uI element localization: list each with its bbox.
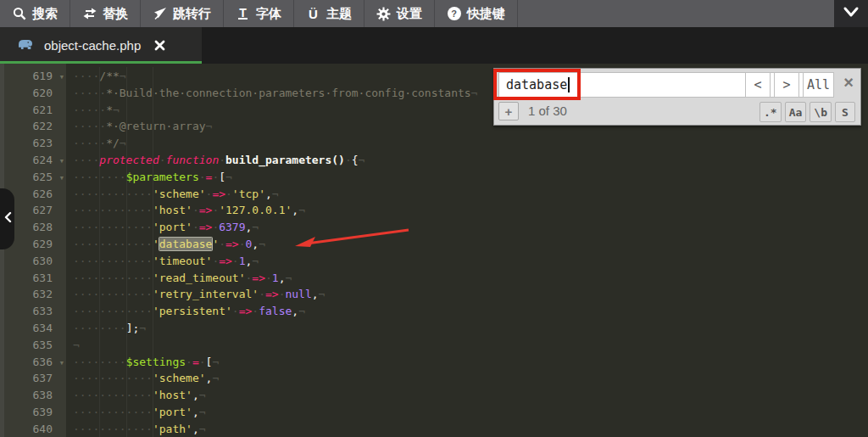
code-token: · bbox=[199, 171, 206, 183]
code-text[interactable]: ············'timeout'·=>·1,¬ bbox=[66, 253, 259, 270]
code-token: *·@return·array bbox=[106, 120, 205, 132]
code-line[interactable]: 638············'host',¬ bbox=[0, 387, 868, 404]
code-token: , bbox=[265, 188, 272, 200]
code-token: 'port' bbox=[153, 221, 192, 233]
code-text[interactable]: ············'port'·=>·6379,¬ bbox=[66, 219, 259, 236]
selection-toggle[interactable]: S bbox=[835, 102, 855, 122]
toolbar-spacer bbox=[518, 0, 834, 27]
line-number[interactable]: 639 bbox=[0, 404, 66, 421]
code-line[interactable]: 640············'path',¬ bbox=[0, 421, 868, 437]
code-line[interactable]: 625▼········$parameters·=·[¬ bbox=[0, 169, 868, 186]
code-text[interactable]: ········$parameters·=·[¬ bbox=[66, 169, 232, 186]
code-line[interactable]: 626············'scheme'·=>·'tcp',¬ bbox=[0, 186, 868, 203]
code-token: 'read_timeout' bbox=[153, 272, 246, 284]
line-number[interactable]: 637 bbox=[0, 370, 66, 387]
code-token: ' bbox=[153, 238, 159, 250]
code-text[interactable]: ············'read_timeout'·=>·1,¬ bbox=[66, 270, 292, 287]
line-number[interactable]: 622 bbox=[0, 118, 66, 135]
code-token: *·Build·the·connection·parameters·from·c… bbox=[106, 87, 470, 99]
code-token: 'scheme' bbox=[153, 188, 206, 200]
code-line[interactable]: 635¬ bbox=[0, 337, 868, 354]
toolbar-item-settings[interactable]: 设置 bbox=[364, 0, 435, 27]
toolbar-item-theme[interactable]: Ü 主题 bbox=[294, 0, 364, 27]
code-line[interactable]: 631············'read_timeout'·=>·1,¬ bbox=[0, 270, 868, 287]
code-token: , bbox=[192, 389, 199, 401]
code-text[interactable]: ············'host',¬ bbox=[66, 387, 206, 404]
code-text[interactable]: ·····*/¬ bbox=[66, 135, 126, 152]
code-text[interactable]: ········];¬ bbox=[66, 320, 146, 337]
toolbar-item-replace[interactable]: 替换 bbox=[70, 0, 141, 27]
line-number[interactable]: 619▼ bbox=[0, 68, 66, 85]
code-line[interactable]: 639············'port',¬ bbox=[0, 404, 868, 421]
tab-object-cache-php[interactable]: object-cache.php bbox=[0, 27, 202, 64]
code-token: · bbox=[225, 188, 232, 200]
find-previous-button[interactable]: < bbox=[745, 72, 771, 98]
whole-word-toggle[interactable]: \b bbox=[810, 102, 832, 122]
line-number[interactable]: 636▼ bbox=[0, 354, 66, 371]
code-token: ············ bbox=[73, 255, 153, 267]
code-text[interactable]: ·····*·Build·the·connection·parameters·f… bbox=[66, 85, 477, 102]
code-line[interactable]: 633············'persistent'·=>·false,¬ bbox=[0, 303, 868, 320]
code-text[interactable]: ············'host'·=>·'127.0.0.1',¬ bbox=[66, 202, 305, 219]
find-next-button[interactable]: > bbox=[774, 72, 799, 98]
code-text[interactable]: ·····*¬ bbox=[66, 102, 120, 119]
code-text[interactable]: ········$settings·=·[¬ bbox=[66, 354, 219, 371]
add-search-row-button[interactable]: + bbox=[498, 102, 519, 120]
find-all-button[interactable]: All bbox=[803, 72, 834, 98]
toolbar-item-font[interactable]: T 字体 bbox=[224, 0, 294, 27]
code-line[interactable]: 623·····*/¬ bbox=[0, 135, 868, 152]
line-number[interactable]: 624▼ bbox=[0, 152, 66, 169]
code-text[interactable]: ····protected·function·build_parameters(… bbox=[66, 152, 364, 169]
code-token: , bbox=[192, 423, 199, 435]
code-token: ¬ bbox=[199, 389, 206, 401]
code-text[interactable]: ¬ bbox=[66, 337, 80, 354]
code-token: /** bbox=[99, 70, 119, 82]
code-line[interactable]: 634········];¬ bbox=[0, 320, 868, 337]
line-number[interactable]: 632 bbox=[0, 286, 66, 303]
code-line[interactable]: 637············'scheme',¬ bbox=[0, 370, 868, 387]
line-number[interactable]: 638 bbox=[0, 387, 66, 404]
code-line[interactable]: 636▼········$settings·=·[¬ bbox=[0, 354, 868, 371]
code-line[interactable]: 628············'port'·=>·6379,¬ bbox=[0, 219, 868, 236]
line-number[interactable]: 620 bbox=[0, 85, 66, 102]
code-line[interactable]: 632············'retry_interval'·=>·null,… bbox=[0, 286, 868, 303]
code-line[interactable]: 624▼····protected·function·build_paramet… bbox=[0, 152, 868, 169]
code-token: => bbox=[239, 305, 253, 317]
code-text[interactable]: ·····*·@return·array¬ bbox=[66, 118, 212, 135]
line-number[interactable]: 630 bbox=[0, 253, 66, 270]
line-number[interactable]: 625▼ bbox=[0, 169, 66, 186]
sidebar-collapse-handle[interactable] bbox=[0, 188, 14, 249]
line-number[interactable]: 623 bbox=[0, 135, 66, 152]
line-number[interactable]: 621 bbox=[0, 102, 66, 119]
code-text[interactable]: ············'port',¬ bbox=[66, 404, 206, 421]
code-text[interactable]: ············'retry_interval'·=>·null,¬ bbox=[66, 286, 325, 303]
code-text[interactable]: ············'database'·=>·0,¬ bbox=[66, 236, 265, 253]
toolbar-item-goto-line[interactable]: 跳转行 bbox=[141, 0, 224, 27]
close-search-icon[interactable]: × bbox=[843, 74, 854, 91]
line-number[interactable]: 640 bbox=[0, 421, 66, 437]
code-token: [ bbox=[219, 171, 225, 183]
code-token: ¬ bbox=[259, 238, 265, 250]
code-token: · bbox=[259, 288, 265, 300]
regex-toggle[interactable]: .* bbox=[760, 102, 782, 122]
code-token: ····· bbox=[73, 120, 106, 132]
line-number[interactable]: 633 bbox=[0, 303, 66, 320]
toolbar-collapse-button[interactable] bbox=[834, 0, 868, 27]
code-text[interactable]: ············'persistent'·=>·false,¬ bbox=[66, 303, 305, 320]
line-number[interactable]: 634 bbox=[0, 320, 66, 337]
case-sensitive-toggle[interactable]: Aa bbox=[785, 102, 807, 122]
toolbar-item-shortcuts[interactable]: ? 快捷键 bbox=[435, 0, 518, 27]
code-line[interactable]: 627············'host'·=>·'127.0.0.1',¬ bbox=[0, 202, 868, 219]
code-text[interactable]: ············'scheme'·=>·'tcp',¬ bbox=[66, 186, 279, 203]
code-token: 'scheme' bbox=[153, 372, 206, 384]
code-line[interactable]: 630············'timeout'·=>·1,¬ bbox=[0, 253, 868, 270]
code-text[interactable]: ············'scheme',¬ bbox=[66, 370, 219, 387]
code-token: ¬ bbox=[298, 204, 305, 216]
tab-close-icon[interactable] bbox=[154, 40, 165, 51]
code-line[interactable]: 629············'database'·=>·0,¬ bbox=[0, 236, 868, 253]
toolbar-item-search[interactable]: 搜索 bbox=[0, 0, 70, 27]
code-text[interactable]: ····/**¬ bbox=[66, 68, 126, 85]
line-number[interactable]: 635 bbox=[0, 337, 66, 354]
code-text[interactable]: ············'path',¬ bbox=[66, 421, 206, 437]
line-number[interactable]: 631 bbox=[0, 270, 66, 287]
